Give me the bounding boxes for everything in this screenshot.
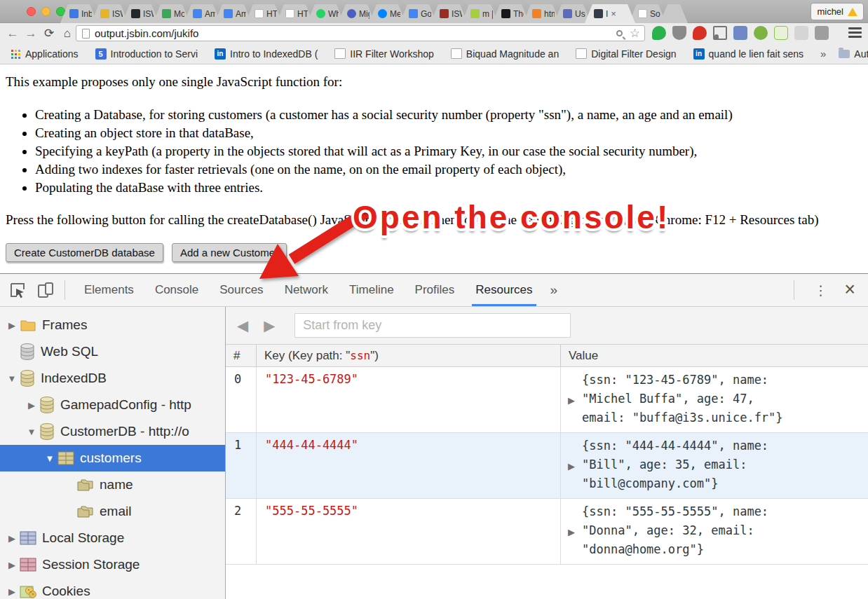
browser-tab[interactable]: ISW bbox=[91, 4, 128, 23]
tree-item-websql[interactable]: Web SQL bbox=[0, 338, 225, 365]
browser-tab[interactable] bbox=[660, 4, 688, 23]
row-key: "123-45-6789" bbox=[257, 367, 561, 432]
database-tan-icon bbox=[20, 370, 35, 387]
browser-tab[interactable]: Usi bbox=[554, 4, 591, 23]
start-from-key-input[interactable] bbox=[294, 313, 571, 338]
navigation-toolbar: ← → ⟳ ⌂ output.jsbin.com/jukifo ☆ bbox=[0, 23, 868, 43]
table-row[interactable]: 1 "444-44-4444" ▶ {ssn: "444-44-4444", n… bbox=[226, 433, 868, 499]
minimize-window-button[interactable] bbox=[41, 7, 50, 16]
isw-favicon-icon bbox=[100, 9, 109, 18]
resources-sidebar: ▶ Frames Web SQL ▼ IndexedDB ▶ bbox=[0, 307, 226, 599]
open-console-annotation: Open the console! bbox=[353, 198, 670, 236]
tab-close-icon[interactable]: × bbox=[611, 8, 616, 19]
table-row[interactable]: 0 "123-45-6789" ▶ {ssn: "123-45-6789", n… bbox=[226, 367, 868, 433]
browser-tab[interactable]: m [M bbox=[461, 4, 499, 23]
browser-tab[interactable]: Mes bbox=[369, 4, 406, 23]
bookmark-item[interactable]: inIntro to IndexedDB ( bbox=[215, 48, 318, 60]
tree-item-cookies[interactable]: ▶ Cookies bbox=[0, 578, 225, 599]
tab-resources[interactable]: Resources bbox=[465, 274, 543, 306]
tree-item-name-index[interactable]: name bbox=[0, 471, 225, 498]
devtools-close-icon[interactable]: × bbox=[839, 280, 868, 301]
browser-tab[interactable]: Mig bbox=[338, 4, 375, 23]
browser-tab[interactable]: Wha bbox=[307, 4, 344, 23]
browser-tab[interactable]: Ame bbox=[215, 4, 252, 23]
migadu-favicon-icon bbox=[347, 9, 356, 18]
bookmark-apps[interactable]: Applications bbox=[10, 48, 79, 60]
home-icon[interactable]: ⌂ bbox=[59, 23, 76, 43]
forward-icon[interactable]: → bbox=[22, 23, 39, 43]
column-header-index[interactable]: # bbox=[226, 345, 257, 366]
browser-tab[interactable]: ISW bbox=[122, 4, 159, 23]
url-text: output.jsbin.com/jukifo bbox=[95, 27, 198, 39]
zoom-page-icon[interactable] bbox=[616, 30, 623, 36]
bookmark-star-icon[interactable]: ☆ bbox=[630, 27, 640, 39]
browser-tab[interactable]: htm bbox=[523, 4, 560, 23]
column-header-key[interactable]: Key (Key path: "ssn") bbox=[257, 345, 561, 366]
expand-object-icon[interactable]: ▶ bbox=[568, 460, 575, 471]
tree-item-customers[interactable]: ▼ customers bbox=[0, 445, 225, 471]
close-window-button[interactable] bbox=[27, 7, 36, 16]
tree-item-frames[interactable]: ▶ Frames bbox=[0, 312, 225, 338]
bookmark-item[interactable]: Digital Filter Design bbox=[576, 48, 676, 60]
stackoverflow-favicon-icon bbox=[532, 9, 541, 18]
bookmark-item[interactable]: IIR Filter Workshop bbox=[334, 48, 434, 60]
hangouts-extension-icon[interactable] bbox=[652, 26, 666, 40]
menu-icon[interactable] bbox=[848, 27, 862, 38]
shield-extension-icon[interactable] bbox=[672, 26, 686, 40]
bookmarks-overflow-icon[interactable]: » bbox=[820, 48, 826, 60]
tree-item-gamepadconfig[interactable]: ▶ GamepadConfig - http bbox=[0, 392, 225, 418]
browser-tab[interactable]: Mor bbox=[153, 4, 190, 23]
jsbin-favicon-icon bbox=[594, 9, 603, 18]
row-key: "444-44-4444" bbox=[257, 433, 561, 498]
cube-extension-icon[interactable] bbox=[794, 26, 808, 40]
tab-elements[interactable]: Elements bbox=[74, 274, 144, 306]
reload-icon[interactable]: ⟳ bbox=[41, 23, 57, 43]
cookies-icon bbox=[20, 584, 36, 598]
html5-icon: 5 bbox=[95, 48, 107, 60]
m-extension-icon[interactable] bbox=[693, 26, 707, 40]
browser-tab[interactable]: HTM bbox=[276, 4, 313, 23]
browser-tab[interactable]: HTM bbox=[245, 4, 283, 23]
browser-tab[interactable]: ISW bbox=[430, 4, 468, 23]
browser-tab[interactable]: Goo bbox=[400, 4, 437, 23]
browser-tab[interactable]: Sou bbox=[629, 4, 666, 23]
bookmark-item[interactable]: 5Introduction to Servi bbox=[95, 48, 198, 60]
wrench-extension-icon[interactable] bbox=[815, 26, 829, 40]
back-icon[interactable]: ← bbox=[4, 23, 21, 43]
tree-item-local-storage[interactable]: ▶ Local Storage bbox=[0, 525, 225, 551]
save-extension-icon[interactable] bbox=[733, 26, 747, 40]
profile-button[interactable]: michel bbox=[811, 3, 864, 20]
inspect-element-icon[interactable] bbox=[7, 280, 28, 301]
address-bar[interactable]: output.jsbin.com/jukifo ☆ bbox=[76, 25, 645, 41]
table-row[interactable]: 2 "555-55-5555" ▶ {ssn: "555-55-5555", n… bbox=[226, 499, 868, 565]
tab-console[interactable]: Console bbox=[144, 274, 209, 306]
column-header-value[interactable]: Value bbox=[561, 345, 868, 366]
other-bookmarks-folder[interactable]: Autres favoris bbox=[839, 48, 868, 60]
active-browser-tab[interactable]: I× bbox=[585, 4, 635, 23]
extension-icons bbox=[652, 26, 829, 40]
tree-item-email-index[interactable]: email bbox=[0, 498, 225, 525]
create-database-button[interactable]: Create CustomerDB database bbox=[6, 243, 163, 262]
devtools-menu-icon[interactable]: ⋮ bbox=[803, 282, 839, 298]
list-extension-icon[interactable] bbox=[774, 26, 788, 40]
row-value: ▶ {ssn: "123-45-6789", name: "Michel Buf… bbox=[561, 367, 868, 432]
bookmark-item[interactable]: inquand le lien fait sens bbox=[693, 48, 803, 60]
browser-tab[interactable]: Ame bbox=[184, 4, 221, 23]
tree-item-indexeddb[interactable]: ▼ IndexedDB bbox=[0, 365, 225, 392]
tree-item-customerdb[interactable]: ▼ CustomerDB - http://o bbox=[0, 418, 225, 445]
tree-item-session-storage[interactable]: ▶ Session Storage bbox=[0, 551, 225, 578]
tabs-overflow-icon[interactable]: » bbox=[543, 282, 565, 298]
row-value: ▶ {ssn: "444-44-4444", name: "Bill", age… bbox=[561, 433, 868, 498]
page-back-icon[interactable]: ◀ bbox=[237, 317, 248, 334]
page-forward-icon[interactable]: ▶ bbox=[264, 317, 275, 334]
browser-tab[interactable]: The bbox=[492, 4, 529, 23]
bookmark-item[interactable]: Biquad Magnitude an bbox=[451, 48, 559, 60]
doc-icon bbox=[334, 48, 346, 59]
robot-extension-icon[interactable] bbox=[754, 26, 768, 40]
browser-tab[interactable]: Inbo bbox=[60, 4, 97, 23]
expand-object-icon[interactable]: ▶ bbox=[568, 394, 575, 405]
tab-profiles[interactable]: Profiles bbox=[405, 274, 466, 306]
cast-extension-icon[interactable] bbox=[713, 26, 727, 40]
expand-object-icon[interactable]: ▶ bbox=[568, 526, 575, 537]
device-toolbar-icon[interactable] bbox=[35, 280, 56, 301]
